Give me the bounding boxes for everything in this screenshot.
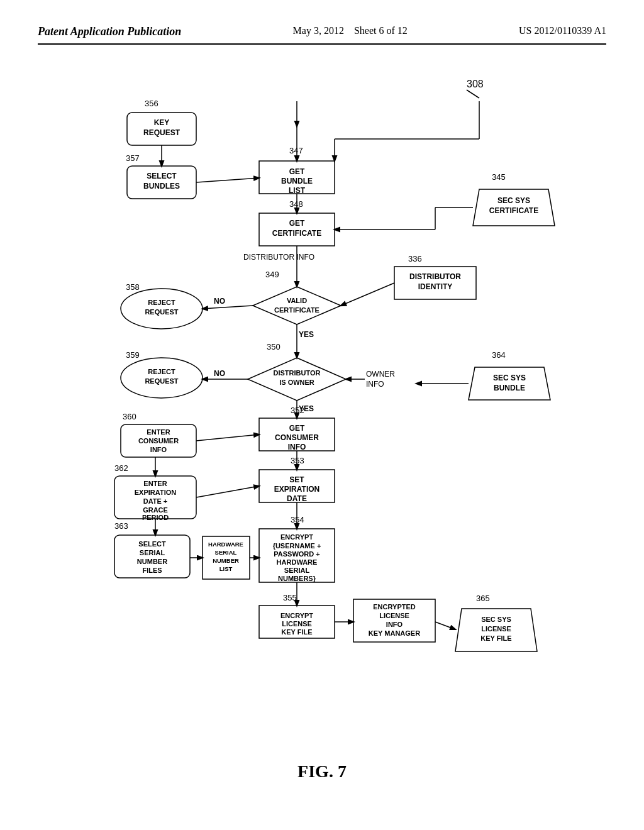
svg-text:GET: GET <box>289 219 305 228</box>
svg-text:CERTIFICATE: CERTIFICATE <box>489 206 538 215</box>
svg-line-0 <box>467 90 479 98</box>
svg-text:SET: SET <box>289 475 304 484</box>
ref-360: 360 <box>123 412 136 421</box>
svg-text:INFO: INFO <box>386 621 403 628</box>
svg-text:NO: NO <box>214 369 225 378</box>
svg-text:LICENSE: LICENSE <box>481 625 511 633</box>
svg-text:LIST: LIST <box>289 186 306 195</box>
svg-text:PASSWORD +: PASSWORD + <box>274 550 319 558</box>
sheet-info: Sheet 6 of 12 <box>354 25 408 36</box>
svg-text:GET: GET <box>289 424 305 433</box>
svg-text:NUMBERS}: NUMBERS} <box>278 575 316 582</box>
svg-text:IS OWNER: IS OWNER <box>279 379 314 386</box>
ref-349: 349 <box>265 270 279 279</box>
svg-marker-20 <box>253 287 341 324</box>
page: Patent Application Publication May 3, 20… <box>0 0 644 830</box>
publication-date: May 3, 2012 <box>293 25 344 36</box>
flowchart-svg: 308 356 KEY REQUEST 357 SELECT BUNDLES 3… <box>52 64 592 755</box>
ref-352: 352 <box>291 406 304 415</box>
svg-text:KEY FILE: KEY FILE <box>281 628 312 636</box>
svg-text:CERTIFICATE: CERTIFICATE <box>272 229 321 238</box>
svg-line-107 <box>196 434 259 441</box>
svg-text:FILES: FILES <box>142 567 162 574</box>
distributor-info-label: DISTRIBUTOR INFO <box>243 253 314 262</box>
svg-text:SERIAL: SERIAL <box>140 549 165 556</box>
svg-text:{USERNAME +: {USERNAME + <box>273 542 321 550</box>
ref-356: 356 <box>145 99 158 108</box>
svg-text:SEC SYS: SEC SYS <box>481 616 511 623</box>
svg-text:KEY FILE: KEY FILE <box>480 634 511 642</box>
ref-345: 345 <box>492 172 506 182</box>
svg-text:ENCRYPTED: ENCRYPTED <box>373 603 415 611</box>
svg-line-99 <box>341 283 394 306</box>
svg-text:CONSUMER: CONSUMER <box>275 433 319 442</box>
svg-text:LIST: LIST <box>219 565 233 572</box>
publication-title: Patent Application Publication <box>38 25 181 38</box>
svg-text:IDENTITY: IDENTITY <box>418 282 453 291</box>
svg-text:SELECT: SELECT <box>147 172 177 180</box>
svg-line-114 <box>435 622 455 629</box>
svg-text:ENTER: ENTER <box>143 480 167 487</box>
svg-text:ENTER: ENTER <box>147 428 170 436</box>
header-date-sheet: May 3, 2012 Sheet 6 of 12 <box>293 25 408 36</box>
ref-354: 354 <box>291 515 304 524</box>
svg-text:BUNDLES: BUNDLES <box>143 182 180 191</box>
svg-text:INFO: INFO <box>288 443 306 451</box>
svg-text:NO: NO <box>214 297 225 306</box>
svg-text:CERTIFICATE: CERTIFICATE <box>274 306 319 314</box>
ref-357: 357 <box>126 153 140 163</box>
svg-text:DISTRIBUTOR: DISTRIBUTOR <box>274 369 321 377</box>
figure-label: FIG. 7 <box>38 761 606 782</box>
svg-text:GET: GET <box>289 167 305 176</box>
svg-text:LICENSE: LICENSE <box>282 620 312 628</box>
ref-353: 353 <box>291 456 304 465</box>
owner-info-label: OWNER <box>366 370 395 379</box>
svg-text:SEC SYS: SEC SYS <box>497 196 530 205</box>
svg-text:ENCRYPT: ENCRYPT <box>280 533 313 541</box>
svg-text:SEC SYS: SEC SYS <box>493 374 526 382</box>
ref-308: 308 <box>467 79 484 89</box>
svg-text:YES: YES <box>299 330 314 339</box>
svg-text:CONSUMER: CONSUMER <box>138 437 179 445</box>
svg-text:KEY: KEY <box>154 118 170 127</box>
ref-347: 347 <box>289 146 303 155</box>
svg-text:REQUEST: REQUEST <box>145 308 178 316</box>
svg-text:HARDWARE: HARDWARE <box>277 558 318 566</box>
svg-text:DISTRIBUTOR: DISTRIBUTOR <box>409 272 461 281</box>
page-header: Patent Application Publication May 3, 20… <box>38 25 606 45</box>
svg-line-89 <box>196 178 259 182</box>
svg-text:DATE: DATE <box>287 494 307 503</box>
ref-348: 348 <box>289 199 303 209</box>
ref-364: 364 <box>492 350 506 360</box>
svg-text:BUNDLE: BUNDLE <box>281 177 313 185</box>
svg-text:REQUEST: REQUEST <box>143 128 180 137</box>
ref-350: 350 <box>267 342 280 351</box>
svg-line-109 <box>196 486 259 497</box>
svg-text:INFO: INFO <box>366 380 384 389</box>
svg-text:BUNDLE: BUNDLE <box>494 384 525 392</box>
ref-365: 365 <box>476 594 490 603</box>
svg-text:SELECT: SELECT <box>138 540 166 548</box>
svg-line-100 <box>203 306 253 309</box>
svg-text:SERIAL: SERIAL <box>284 567 310 574</box>
ref-355: 355 <box>283 593 297 602</box>
ref-363: 363 <box>114 521 128 531</box>
ref-358: 358 <box>126 282 140 292</box>
svg-text:GRACE: GRACE <box>143 506 168 514</box>
ref-336: 336 <box>408 254 422 263</box>
svg-text:REJECT: REJECT <box>148 368 175 375</box>
ref-362: 362 <box>114 463 128 473</box>
svg-text:SERIAL: SERIAL <box>215 549 237 556</box>
svg-text:HARDWARE: HARDWARE <box>208 541 243 548</box>
diagram-container: 308 356 KEY REQUEST 357 SELECT BUNDLES 3… <box>52 64 592 755</box>
svg-text:ENCRYPT: ENCRYPT <box>280 612 313 619</box>
svg-text:LICENSE: LICENSE <box>379 612 409 619</box>
svg-text:KEY MANAGER: KEY MANAGER <box>369 629 420 637</box>
svg-text:INFO: INFO <box>150 446 167 453</box>
svg-text:REQUEST: REQUEST <box>145 377 178 385</box>
svg-text:REJECT: REJECT <box>148 299 175 306</box>
patent-number: US 2012/0110339 A1 <box>519 25 606 36</box>
ref-359: 359 <box>126 350 140 360</box>
svg-text:NUMBER: NUMBER <box>213 557 239 564</box>
svg-text:DATE +: DATE + <box>143 497 168 505</box>
